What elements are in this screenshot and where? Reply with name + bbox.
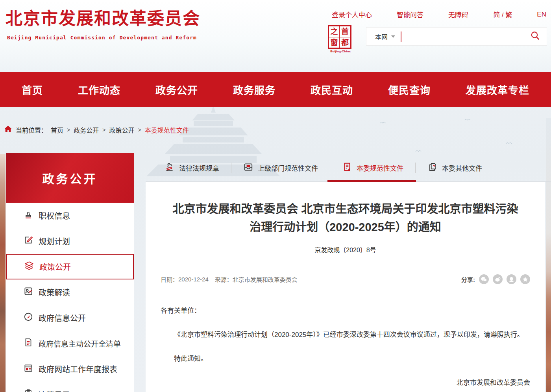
person-check-icon xyxy=(23,286,33,298)
breadcrumb-separator: > xyxy=(67,127,70,133)
top-links: 登录个人中心 智能问答 无障碍 简 / 繁 EN xyxy=(332,9,546,19)
bird-icon xyxy=(380,118,386,125)
bird-icon xyxy=(506,139,512,146)
weibo-share-icon[interactable] xyxy=(493,274,503,284)
top-link-smart-qa[interactable]: 智能问答 xyxy=(397,9,423,19)
date-label: 日期： xyxy=(161,275,178,283)
sidebar-item-proactive-disclosure-list[interactable]: 政府信息主动公开全清单 xyxy=(6,331,134,356)
nav-item-government-disclosure[interactable]: 政务公开 xyxy=(155,82,198,97)
document-number: 京发改规〔2020〕8号 xyxy=(161,245,530,254)
sidebar-item-label: 政府网站工作年度报表 xyxy=(39,363,117,375)
source-label: 来源： xyxy=(215,275,233,283)
layers-icon xyxy=(24,261,34,273)
sidebar-item-decision-catalog[interactable]: 决策目录 xyxy=(6,382,134,392)
left-photo-strip xyxy=(0,154,6,392)
sidebar-item-label: 决策目录 xyxy=(39,389,70,392)
nav-item-home[interactable]: 首页 xyxy=(22,82,43,97)
sidebar-item-label: 政策公开 xyxy=(39,261,71,272)
main-nav: 首页 工作动态 政务公开 政务服务 政民互动 便民查询 发展改革专栏 xyxy=(0,72,551,107)
tab-label: 上级部门规范性文件 xyxy=(258,163,318,173)
site-title: 北京市发展和改革委员会 xyxy=(6,5,200,29)
tab-committee-normative-docs[interactable]: 本委规范性文件 xyxy=(330,162,415,174)
nav-item-work-dynamics[interactable]: 工作动态 xyxy=(78,82,120,97)
sidebar-item-label: 政策解读 xyxy=(39,287,70,298)
other-files-icon xyxy=(427,162,438,174)
tab-laws-regulations[interactable]: 法律法规规章 xyxy=(153,162,231,174)
seal-char: 之 xyxy=(329,26,340,37)
tab-superior-normative-docs[interactable]: 上级部门规范性文件 xyxy=(231,162,330,174)
seal-caption: Beijing-China xyxy=(328,50,353,53)
breadcrumb: 当前位置： 首页 > 政务公开 > 政策公开 > 本委规范性文件 xyxy=(4,125,189,135)
signature: 北京市发展和改革委员会 xyxy=(161,374,530,392)
article-meta-left: 日期： 2020-12-24 来源： 北京市发展和改革委员会 xyxy=(161,275,298,283)
site-subtitle: Beijing Municipal Commission of Developm… xyxy=(7,35,197,41)
sidebar-item-planning[interactable]: 规划计划 xyxy=(6,228,134,254)
chevron-down-icon xyxy=(391,35,395,38)
tab-label: 本委其他文件 xyxy=(442,163,482,173)
nav-item-convenience-query[interactable]: 便民查询 xyxy=(388,82,431,97)
tabs-bar: 法律法规规章 上级部门规范性文件 xyxy=(146,153,545,182)
wechat-share-icon[interactable] xyxy=(479,274,489,284)
breadcrumb-link-policy-disclosure[interactable]: 政策公开 xyxy=(109,125,134,135)
seal-char: 都 xyxy=(340,37,350,48)
main-content: 法律法规规章 上级部门规范性文件 xyxy=(146,153,545,392)
search-bar: 本网 xyxy=(366,27,547,46)
salutation: 各有关单位： xyxy=(161,301,530,320)
nav-item-government-services[interactable]: 政务服务 xyxy=(233,82,276,97)
sidebar-item-government-info-disclosure[interactable]: 政府信息公开 xyxy=(6,305,134,331)
page: 北京市发展和改革委员会 Beijing Municipal Commission… xyxy=(0,0,551,392)
article-panel: 北京市发展和改革委员会 北京市生态环境局关于印发北京市塑料污染治理行动计划（20… xyxy=(146,182,545,392)
breadcrumb-link-home[interactable]: 首页 xyxy=(51,125,63,135)
nav-item-development-reform-column[interactable]: 发展改革专栏 xyxy=(466,82,529,97)
sidebar-item-label: 政府信息公开 xyxy=(39,312,86,324)
sidebar-item-label: 规划计划 xyxy=(39,235,70,247)
sidebar-item-label: 职权信息 xyxy=(39,210,70,221)
breadcrumb-separator: > xyxy=(102,127,105,133)
tab-committee-other-docs[interactable]: 本委其他文件 xyxy=(416,162,494,174)
sidebar-title: 政务公开 xyxy=(6,153,134,203)
article-source: 北京市发展和改革委员会 xyxy=(233,275,298,283)
seal-box: 之 首 窗 都 xyxy=(328,25,351,49)
law-stamp-icon xyxy=(165,162,175,174)
top-link-login-personal-center[interactable]: 登录个人中心 xyxy=(332,9,372,19)
sidebar-item-authority-info[interactable]: 职权信息 xyxy=(6,203,134,228)
document-list-icon xyxy=(23,337,33,349)
clipboard-icon xyxy=(23,388,33,392)
search-input[interactable] xyxy=(401,29,530,44)
top-link-simplified-traditional[interactable]: 简 / 繁 xyxy=(493,9,512,19)
breadcrumb-label: 当前位置： xyxy=(16,125,47,135)
search-icon xyxy=(530,30,540,43)
stamp-icon xyxy=(23,209,33,222)
annual-report-icon xyxy=(23,363,33,375)
nav-item-public-interaction[interactable]: 政民互动 xyxy=(311,82,353,97)
top-link-english[interactable]: EN xyxy=(537,11,546,18)
sidebar-item-label: 政府信息主动公开全清单 xyxy=(39,338,121,349)
sidebar-item-policy-disclosure[interactable]: 政策公开 xyxy=(6,254,134,279)
search-scope-label: 本网 xyxy=(375,32,388,41)
sidebar-item-policy-interpretation[interactable]: 政策解读 xyxy=(6,279,134,305)
capital-window-seal-logo[interactable]: 之 首 窗 都 Beijing-China xyxy=(328,25,353,53)
breadcrumb-current: 本委规范性文件 xyxy=(145,125,189,135)
sidebar-title-label: 政务公开 xyxy=(43,169,98,187)
seal-char: 首 xyxy=(340,26,350,37)
sidebar-item-website-annual-report[interactable]: 政府网站工作年度报表 xyxy=(6,356,134,382)
top-link-accessibility[interactable]: 无障碍 xyxy=(448,9,468,19)
search-button[interactable] xyxy=(530,30,540,43)
article-date: 2020-12-24 xyxy=(178,276,209,283)
paragraph: 特此通知。 xyxy=(161,349,530,368)
qzone-share-icon[interactable] xyxy=(520,274,530,284)
tab-label: 本委规范性文件 xyxy=(357,163,403,173)
breadcrumb-link-government-disclosure[interactable]: 政务公开 xyxy=(74,125,99,135)
qq-share-icon[interactable] xyxy=(507,274,516,284)
inbox-icon xyxy=(243,162,253,174)
sidebar: 政务公开 职权信息 xyxy=(6,153,134,392)
tab-label: 法律法规规章 xyxy=(179,163,219,173)
sidebar-list: 职权信息 规划计划 政 xyxy=(6,203,134,392)
home-icon[interactable] xyxy=(4,125,12,135)
share-bar: 分享: xyxy=(461,274,530,284)
paragraph: 《北京市塑料污染治理行动计划（2020-2025年）》已经市委深改委第十四次会议… xyxy=(161,325,530,344)
search-scope-dropdown[interactable]: 本网 xyxy=(366,32,401,41)
normative-doc-icon xyxy=(342,162,352,174)
plan-edit-icon xyxy=(23,235,33,247)
compass-icon xyxy=(23,312,33,324)
